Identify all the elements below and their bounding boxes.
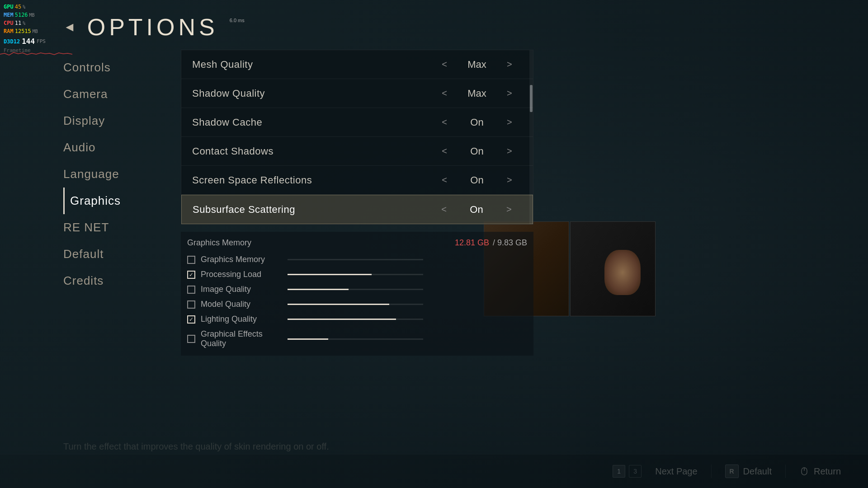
bar-image-quality bbox=[288, 289, 423, 290]
gpu-value: 45 bbox=[15, 3, 21, 11]
setting-label-shadow-cache: Shadow Cache bbox=[192, 117, 432, 128]
arrow-left-shadow-quality[interactable]: < bbox=[438, 87, 451, 99]
arrow-right-screen-space-reflections[interactable]: > bbox=[503, 174, 516, 186]
sidebar-item-camera[interactable]: Camera bbox=[63, 81, 163, 108]
sidebar-item-language[interactable]: Language bbox=[63, 161, 163, 188]
setting-control-subsurface-scattering: < On > bbox=[431, 203, 522, 216]
setting-label-mesh-quality: Mesh Quality bbox=[192, 59, 432, 70]
setting-row-mesh-quality[interactable]: Mesh Quality < Max > bbox=[181, 50, 533, 79]
ram-label: RAM bbox=[4, 27, 14, 35]
setting-label-screen-space-reflections: Screen Space Reflections bbox=[192, 174, 432, 186]
mem-unit: MB bbox=[29, 12, 35, 19]
setting-label-shadow-quality: Shadow Quality bbox=[192, 88, 432, 99]
scrollbar[interactable] bbox=[529, 50, 533, 224]
setting-row-screen-space-reflections[interactable]: Screen Space Reflections < On > bbox=[181, 166, 533, 195]
setting-row-shadow-cache[interactable]: Shadow Cache < On > bbox=[181, 108, 533, 137]
arrow-left-shadow-cache[interactable]: < bbox=[438, 116, 451, 128]
label-graphics-memory: Graphics Memory bbox=[201, 255, 282, 264]
setting-row-shadow-quality[interactable]: Shadow Quality < Max > bbox=[181, 79, 533, 108]
setting-value-mesh-quality: Max bbox=[459, 59, 495, 70]
arrow-left-mesh-quality[interactable]: < bbox=[438, 58, 451, 70]
title-bar: ◄ OPTIONS 6.0 ms bbox=[0, 0, 868, 50]
checkbox-processing-load[interactable] bbox=[187, 271, 195, 279]
impact-header: Graphics Memory 12.81 GB / 9.83 GB bbox=[181, 236, 533, 252]
setting-row-contact-shadows[interactable]: Contact Shadows < On > bbox=[181, 137, 533, 166]
sidebar-item-re-net[interactable]: RE NET bbox=[63, 214, 163, 241]
arrow-left-screen-space-reflections[interactable]: < bbox=[438, 174, 451, 186]
arrow-left-subsurface-scattering[interactable]: < bbox=[438, 203, 450, 216]
checkbox-image-quality[interactable] bbox=[187, 286, 195, 294]
fps-unit: FPS bbox=[37, 38, 46, 46]
settings-list: Mesh Quality < Max > Shadow Quality < Ma… bbox=[181, 50, 533, 225]
arrow-right-subsurface-scattering[interactable]: > bbox=[503, 203, 515, 216]
mem-value: 5126 bbox=[15, 11, 28, 19]
arrow-right-shadow-cache[interactable]: > bbox=[503, 116, 516, 128]
sidebar-item-graphics[interactable]: Graphics bbox=[63, 188, 163, 214]
bar-fill-image-quality bbox=[288, 289, 349, 290]
bar-model-quality bbox=[288, 304, 423, 305]
checkbox-model-quality[interactable] bbox=[187, 300, 195, 309]
cpu-label: CPU bbox=[4, 19, 14, 27]
impact-row-lighting-quality: Lighting Quality bbox=[181, 312, 533, 327]
arrow-right-contact-shadows[interactable]: > bbox=[503, 145, 516, 157]
ram-unit: MB bbox=[33, 28, 38, 35]
impact-section: Graphics Memory 12.81 GB / 9.83 GB Graph… bbox=[181, 232, 533, 356]
impact-row-graphics-memory: Graphics Memory bbox=[181, 252, 533, 267]
memory-separator: / bbox=[493, 238, 497, 248]
bar-fill-processing-load bbox=[288, 274, 372, 275]
ram-value: 12515 bbox=[15, 27, 31, 35]
main-container: ◄ OPTIONS 6.0 ms Controls Camera Display… bbox=[0, 0, 868, 488]
mem-label: MEM bbox=[4, 11, 14, 19]
gpu-unit: % bbox=[23, 4, 25, 10]
checkbox-graphics-memory[interactable] bbox=[187, 256, 195, 264]
checkbox-lighting-quality[interactable] bbox=[187, 315, 195, 324]
checkbox-graphical-effects-quality[interactable] bbox=[187, 335, 195, 343]
page-title: OPTIONS bbox=[87, 14, 218, 41]
setting-control-screen-space-reflections: < On > bbox=[432, 174, 522, 186]
setting-control-mesh-quality: < Max > bbox=[432, 58, 522, 70]
setting-control-shadow-cache: < On > bbox=[432, 116, 522, 128]
arrow-left-contact-shadows[interactable]: < bbox=[438, 145, 451, 157]
setting-label-subsurface-scattering: Subsurface Scattering bbox=[193, 204, 431, 216]
label-lighting-quality: Lighting Quality bbox=[201, 314, 282, 324]
setting-control-shadow-quality: < Max > bbox=[432, 87, 522, 99]
setting-value-shadow-cache: On bbox=[459, 117, 495, 128]
setting-control-contact-shadows: < On > bbox=[432, 145, 522, 157]
d3d-label: D3D12 bbox=[4, 38, 20, 46]
bar-fill-model-quality bbox=[288, 304, 389, 305]
bar-fill-graphical-effects-quality bbox=[288, 338, 328, 340]
label-graphical-effects-quality: Graphical Effects Quality bbox=[201, 329, 282, 348]
back-arrow-icon[interactable]: ◄ bbox=[63, 20, 76, 34]
setting-row-subsurface-scattering[interactable]: Subsurface Scattering < On > bbox=[181, 195, 533, 224]
sidebar-item-display[interactable]: Display bbox=[63, 108, 163, 134]
arrow-right-shadow-quality[interactable]: > bbox=[503, 87, 516, 99]
cpu-unit: % bbox=[23, 20, 25, 27]
sidebar-item-controls[interactable]: Controls bbox=[63, 54, 163, 81]
impact-row-processing-load: Processing Load bbox=[181, 267, 533, 282]
memory-total: 9.83 GB bbox=[497, 238, 527, 248]
fps-value: 144 bbox=[22, 36, 35, 47]
cpu-value: 11 bbox=[15, 19, 21, 27]
bar-graphical-effects-quality bbox=[288, 338, 423, 340]
setting-value-screen-space-reflections: On bbox=[459, 174, 495, 186]
bar-lighting-quality bbox=[288, 319, 423, 320]
sidebar-item-credits[interactable]: Credits bbox=[63, 267, 163, 294]
content-area: Controls Camera Display Audio Language G… bbox=[0, 50, 868, 488]
arrow-right-mesh-quality[interactable]: > bbox=[503, 58, 516, 70]
sidebar-item-audio[interactable]: Audio bbox=[63, 134, 163, 161]
impact-row-model-quality: Model Quality bbox=[181, 297, 533, 312]
setting-label-contact-shadows: Contact Shadows bbox=[192, 145, 432, 157]
setting-value-shadow-quality: Max bbox=[459, 88, 495, 99]
memory-used: 12.81 GB bbox=[455, 238, 489, 248]
setting-value-subsurface-scattering: On bbox=[458, 204, 495, 216]
sidebar-nav: Controls Camera Display Audio Language G… bbox=[63, 50, 163, 488]
impact-row-graphical-effects-quality: Graphical Effects Quality bbox=[181, 327, 533, 351]
setting-value-contact-shadows: On bbox=[459, 145, 495, 157]
sidebar-item-default[interactable]: Default bbox=[63, 241, 163, 267]
scrollbar-thumb[interactable] bbox=[530, 85, 533, 112]
bar-processing-load bbox=[288, 274, 423, 275]
bar-fill-lighting-quality bbox=[288, 319, 396, 320]
label-image-quality: Image Quality bbox=[201, 285, 282, 294]
settings-panel: Mesh Quality < Max > Shadow Quality < Ma… bbox=[181, 50, 533, 488]
impact-row-image-quality: Image Quality bbox=[181, 282, 533, 297]
